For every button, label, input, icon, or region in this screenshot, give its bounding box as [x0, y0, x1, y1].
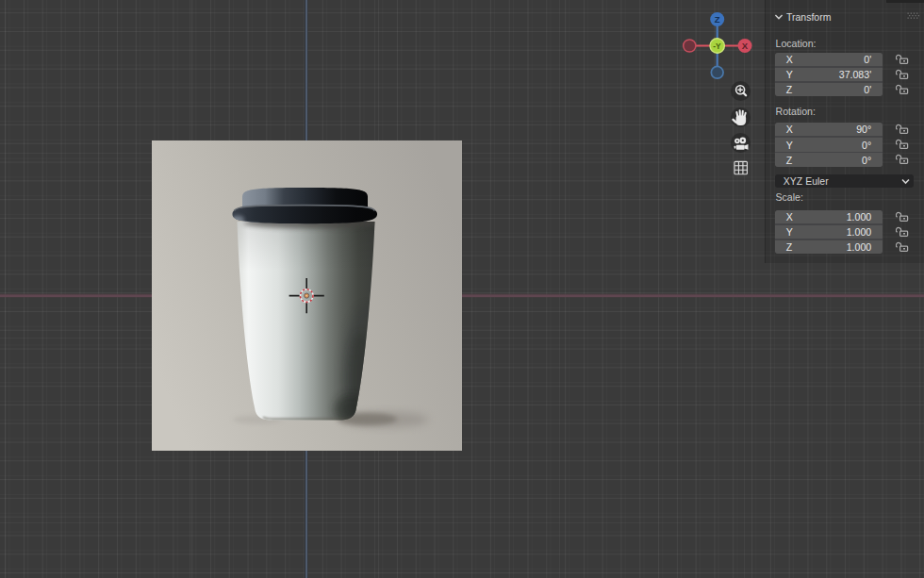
- svg-text:Z: Z: [715, 14, 720, 25]
- svg-text:X: X: [742, 41, 749, 51]
- svg-text:-Y: -Y: [713, 41, 721, 51]
